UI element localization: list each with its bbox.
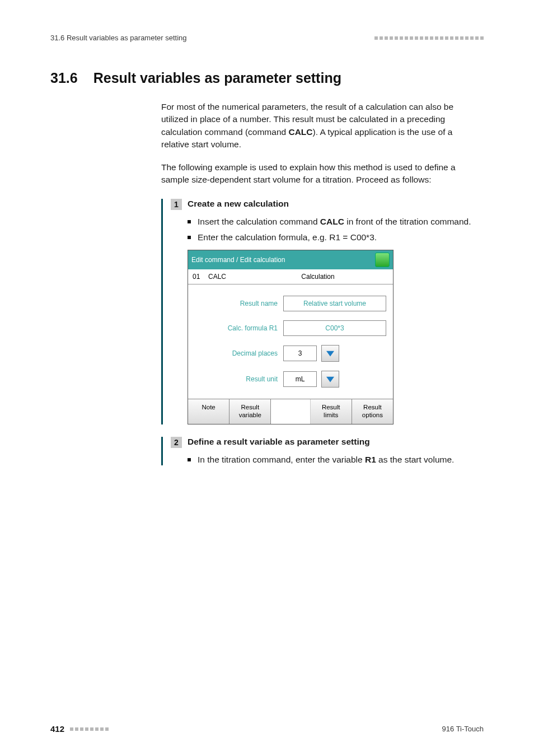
result-name-input[interactable]: Relative start volume <box>283 296 386 311</box>
device-titlebar: Edit command / Edit calculation <box>188 250 393 269</box>
body-text: For most of the numerical parameters, th… <box>161 101 480 186</box>
step-1-bullet-2: Enter the calculation formula, e.g. R1 =… <box>188 231 490 244</box>
result-options-button[interactable]: Resultoptions <box>352 399 393 424</box>
step-2-number: 2 <box>171 437 182 448</box>
step-1-number: 1 <box>171 199 182 210</box>
note-button[interactable]: Note <box>188 399 229 424</box>
footer-ornament <box>70 727 109 731</box>
paragraph-2: The following example is used to explain… <box>161 161 480 186</box>
step-1-header: 1 Create a new calculation <box>171 199 490 210</box>
result-limits-button[interactable]: Resultlimits <box>311 399 352 424</box>
decimal-places-dropdown[interactable] <box>321 345 339 362</box>
calc-formula-input[interactable]: C00*3 <box>283 320 386 336</box>
field-result-unit: Result unit mL <box>195 371 386 388</box>
running-header-left: 31.6 Result variables as parameter setti… <box>50 34 187 42</box>
home-icon[interactable] <box>375 253 390 267</box>
result-variable-button[interactable]: Resultvariable <box>229 399 271 424</box>
field-decimal-places: Decimal places 3 <box>195 345 386 362</box>
device-title: Edit command / Edit calculation <box>191 256 285 264</box>
header-ornament <box>374 36 484 40</box>
calc-formula-label: Calc. formula R1 <box>195 324 283 332</box>
field-result-name: Result name Relative start volume <box>195 296 386 311</box>
step-1-title: Create a new calculation <box>188 199 289 209</box>
result-unit-label: Result unit <box>195 375 283 383</box>
field-calc-formula: Calc. formula R1 C00*3 <box>195 320 386 336</box>
device-tab-index: 01 <box>193 273 203 281</box>
result-unit-dropdown[interactable] <box>321 371 339 388</box>
chevron-down-icon <box>326 375 334 383</box>
device-tab-cmd: CALC <box>208 273 242 281</box>
step-2: 2 Define a result variable as parameter … <box>161 437 490 466</box>
chevron-down-icon <box>326 349 334 357</box>
device-tab-name[interactable]: Calculation <box>247 273 388 281</box>
decimal-places-label: Decimal places <box>195 349 283 357</box>
step-1-bullet-1: Insert the calculation command CALC in f… <box>188 216 490 228</box>
step-2-header: 2 Define a result variable as parameter … <box>171 437 490 448</box>
page: 31.6 Result variables as parameter setti… <box>0 0 534 756</box>
section-number: 31.6 <box>50 70 78 86</box>
footer-product: 916 Ti-Touch <box>442 725 484 733</box>
running-header: 31.6 Result variables as parameter setti… <box>50 34 484 42</box>
section-heading: 31.6 Result variables as parameter setti… <box>50 70 484 86</box>
result-name-label: Result name <box>195 300 283 307</box>
decimal-places-input[interactable]: 3 <box>283 346 317 361</box>
step-2-bullet-1: In the titration command, enter the vari… <box>188 454 490 466</box>
result-unit-input[interactable]: mL <box>283 371 317 387</box>
page-number: 412 <box>50 724 64 734</box>
device-tab-row: 01 CALC Calculation <box>188 269 393 284</box>
device-fields: Result name Relative start volume Calc. … <box>188 284 393 399</box>
device-bottom-bar: Note Resultvariable Resultlimits Resulto… <box>188 399 393 424</box>
bottom-spacer <box>271 399 310 424</box>
step-2-title: Define a result variable as parameter se… <box>188 437 370 447</box>
page-footer: 412 916 Ti-Touch <box>50 724 484 734</box>
paragraph-1: For most of the numerical parameters, th… <box>161 101 480 151</box>
device-panel: Edit command / Edit calculation 01 CALC … <box>188 250 394 424</box>
step-1: 1 Create a new calculation Insert the ca… <box>161 199 490 424</box>
section-title: Result variables as parameter setting <box>93 70 341 86</box>
svg-marker-1 <box>326 377 334 382</box>
svg-marker-0 <box>326 351 334 357</box>
